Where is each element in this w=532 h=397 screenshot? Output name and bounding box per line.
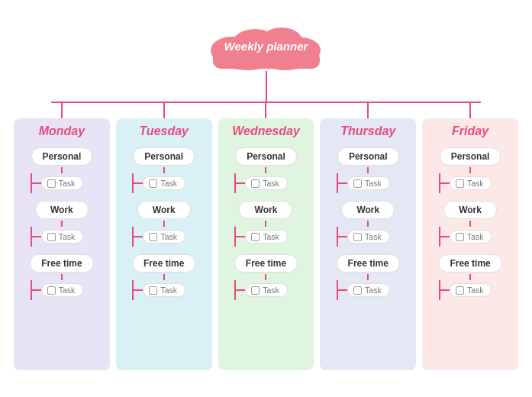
freetime-pill-wednesday: Free time	[234, 254, 298, 273]
cat-vline	[61, 167, 63, 173]
task-item[interactable]: Task	[143, 176, 185, 190]
work-pill-wednesday: Work	[239, 201, 292, 219]
task-item[interactable]: Task	[143, 230, 185, 244]
day-column-thursday: Thursday Personal Task	[320, 102, 416, 370]
task-row: Task	[337, 283, 407, 297]
checkbox-icon[interactable]	[353, 233, 362, 241]
day-title-wednesday: Wednesday	[232, 124, 300, 138]
category-work-tuesday: Work Task	[121, 198, 208, 250]
category-freetime-wednesday: Free time Task	[223, 251, 310, 303]
task-row: Task	[337, 230, 407, 244]
checkbox-icon[interactable]	[251, 179, 260, 188]
day-box-tuesday: Tuesday Personal Task	[116, 118, 212, 370]
work-pill-thursday: Work	[341, 201, 395, 219]
checkbox-icon[interactable]	[353, 286, 362, 295]
cloud-title: Weekly planner	[205, 21, 327, 71]
category-freetime-thursday: Free time Task	[324, 251, 411, 303]
day-box-monday: Monday Personal Task	[14, 118, 110, 370]
category-personal-friday: Personal Task	[427, 144, 514, 196]
task-row: Task	[31, 230, 101, 244]
task-row: Task	[234, 230, 305, 244]
work-pill-tuesday: Work	[137, 201, 191, 219]
checkbox-icon[interactable]	[149, 286, 157, 295]
task-row: Task	[132, 176, 202, 190]
days-container: Monday Personal Task	[14, 102, 518, 370]
task-item[interactable]: Task	[143, 283, 185, 297]
category-freetime-friday: Free time Task	[427, 251, 514, 303]
personal-pill-wednesday: Personal	[235, 147, 297, 166]
freetime-pill-monday: Free time	[30, 254, 93, 273]
task-item[interactable]: Task	[450, 176, 492, 190]
work-pill-friday: Work	[443, 201, 497, 219]
task-row: Task	[31, 176, 101, 190]
task-row: Task	[132, 230, 202, 244]
day-box-friday: Friday Personal Task	[422, 118, 518, 370]
personal-pill-friday: Personal	[440, 147, 501, 166]
category-personal-wednesday: Personal Task	[223, 144, 310, 196]
tasks-branch-work-monday: Task	[23, 227, 101, 247]
category-freetime-monday: Free time Task	[18, 251, 105, 303]
task-item[interactable]: Task	[245, 230, 288, 244]
checkbox-icon[interactable]	[456, 179, 464, 188]
task-row: Task	[337, 176, 407, 190]
checkbox-icon[interactable]	[456, 286, 464, 295]
page-title: Weekly planner	[224, 40, 308, 53]
task-item[interactable]: Task	[450, 283, 492, 297]
personal-pill-thursday: Personal	[337, 147, 399, 166]
day-title-tuesday: Tuesday	[139, 124, 189, 138]
day-title-friday: Friday	[452, 124, 488, 138]
checkbox-icon[interactable]	[47, 286, 56, 295]
task-item[interactable]: Task	[347, 283, 390, 297]
checkbox-icon[interactable]	[456, 233, 464, 241]
task-row: Task	[132, 283, 202, 297]
category-personal-thursday: Personal Task	[324, 144, 411, 196]
category-work-wednesday: Work Task	[223, 198, 310, 250]
task-item[interactable]: Task	[245, 283, 288, 297]
day-box-wednesday: Wednesday Personal Task	[218, 118, 314, 370]
day-column-friday: Friday Personal Task	[422, 102, 518, 370]
day-title-thursday: Thursday	[340, 124, 395, 138]
tasks-branch-personal-monday: Task	[23, 173, 101, 193]
cat-vline	[61, 221, 63, 227]
category-work-monday: Work Task	[18, 198, 105, 250]
task-row: Task	[439, 283, 509, 297]
checkbox-icon[interactable]	[149, 179, 157, 188]
task-item[interactable]: Task	[245, 176, 288, 190]
personal-pill-monday: Personal	[31, 147, 93, 166]
checkbox-icon[interactable]	[251, 286, 260, 295]
checkbox-icon[interactable]	[149, 233, 157, 241]
category-personal-tuesday: Personal Task	[121, 144, 208, 196]
checkbox-icon[interactable]	[353, 179, 362, 188]
task-row: Task	[234, 176, 305, 190]
freetime-pill-friday: Free time	[438, 254, 501, 273]
day-column-tuesday: Tuesday Personal Task	[116, 102, 212, 370]
day-column-monday: Monday Personal Task	[14, 102, 110, 370]
svg-rect-6	[213, 50, 320, 69]
task-item[interactable]: Task	[347, 230, 390, 244]
task-row: Task	[234, 283, 305, 297]
day-title-monday: Monday	[39, 124, 85, 138]
task-item[interactable]: Task	[347, 176, 390, 190]
task-row: Task	[31, 283, 101, 297]
task-item[interactable]: Task	[41, 176, 84, 190]
weekly-planner-page: Weekly planner Monday Personal	[0, 0, 532, 397]
category-personal-monday: Personal Task	[18, 144, 105, 196]
tasks-branch-freetime-monday: Task	[23, 280, 101, 300]
center-connector-line	[266, 71, 267, 102]
checkbox-icon[interactable]	[47, 233, 56, 241]
day-box-thursday: Thursday Personal Task	[320, 118, 416, 370]
category-freetime-tuesday: Free time Task	[121, 251, 208, 303]
day-column-wednesday: Wednesday Personal Task	[218, 102, 314, 370]
category-work-friday: Work Task	[427, 198, 514, 250]
personal-pill-tuesday: Personal	[133, 147, 195, 166]
category-work-thursday: Work Task	[324, 198, 411, 250]
cat-vline	[61, 274, 63, 280]
freetime-pill-thursday: Free time	[337, 254, 400, 273]
checkbox-icon[interactable]	[47, 179, 56, 188]
task-item[interactable]: Task	[41, 230, 84, 244]
task-item[interactable]: Task	[41, 283, 84, 297]
freetime-pill-tuesday: Free time	[132, 254, 195, 273]
work-pill-monday: Work	[35, 201, 89, 219]
checkbox-icon[interactable]	[251, 233, 260, 241]
task-item[interactable]: Task	[450, 230, 492, 244]
